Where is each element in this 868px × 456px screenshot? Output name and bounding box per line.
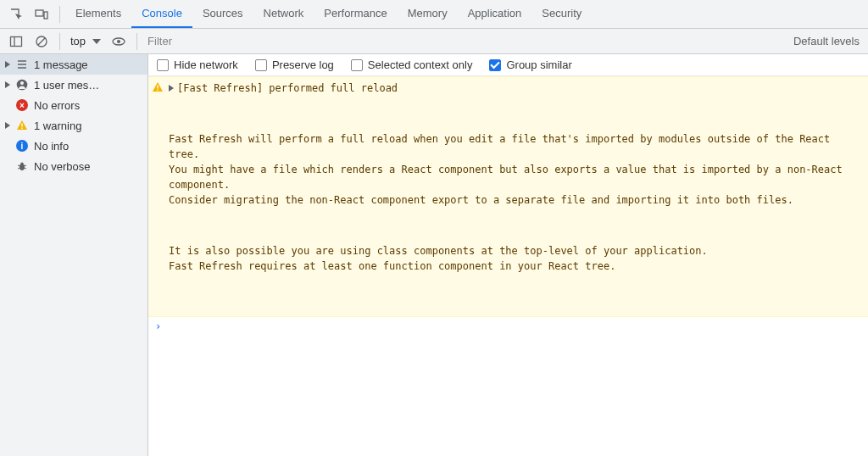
log-paragraph: It is also possible you are using class …: [169, 243, 861, 274]
tab-label: Elements: [75, 7, 121, 19]
tab-label: Performance: [324, 7, 387, 19]
expand-icon: [5, 122, 10, 129]
svg-rect-21: [157, 86, 158, 89]
option-hide-network[interactable]: Hide network: [157, 58, 238, 71]
devtools-tab-bar: Elements Console Sources Network Perform…: [0, 0, 868, 29]
svg-rect-22: [157, 90, 158, 91]
tab-memory[interactable]: Memory: [398, 0, 458, 28]
console-settings: Hide network Preserve log Selected conte…: [148, 54, 868, 76]
console-input[interactable]: [166, 320, 861, 332]
log-paragraph: Fast Refresh will perform a full reload …: [169, 131, 861, 208]
filter-input[interactable]: [142, 31, 270, 51]
svg-line-17: [18, 165, 20, 166]
chevron-down-icon: [92, 39, 101, 44]
tab-label: Sources: [203, 7, 243, 19]
tab-label: Console: [142, 7, 182, 19]
tab-label: Memory: [408, 7, 448, 19]
svg-line-19: [18, 168, 20, 169]
svg-rect-2: [11, 36, 22, 46]
svg-point-12: [20, 81, 24, 85]
expand-icon: [5, 81, 10, 88]
sidebar-label: No errors: [34, 99, 80, 112]
sidebar-item-user-messages[interactable]: 1 user mes…: [0, 75, 147, 95]
console-prompt[interactable]: ›: [148, 317, 868, 336]
sidebar-label: No verbose: [34, 160, 90, 173]
checkbox-icon: [255, 59, 267, 71]
error-icon: ×: [15, 98, 29, 112]
info-icon: i: [15, 139, 29, 153]
device-toggle-icon[interactable]: [31, 3, 53, 25]
divider: [59, 6, 60, 23]
svg-rect-1: [44, 12, 47, 19]
context-selector[interactable]: top: [65, 35, 106, 47]
console-toolbar: top Default levels: [0, 29, 868, 54]
option-label: Selected context only: [368, 58, 473, 71]
log-summary[interactable]: [Fast Refresh] performed full reload: [169, 81, 861, 96]
sidebar-item-errors[interactable]: × No errors: [0, 95, 147, 115]
expand-icon: [5, 61, 10, 68]
svg-line-5: [38, 38, 45, 45]
svg-rect-14: [21, 128, 22, 129]
svg-point-7: [117, 40, 120, 43]
context-label: top: [70, 35, 86, 47]
option-selected-context[interactable]: Selected context only: [351, 58, 473, 71]
sidebar-label: 1 message: [34, 58, 88, 71]
warning-icon: [152, 81, 164, 97]
sidebar-item-messages[interactable]: 1 message: [0, 54, 147, 75]
sidebar-item-info[interactable]: i No info: [0, 136, 147, 156]
console-main: Hide network Preserve log Selected conte…: [148, 54, 868, 456]
tab-label: Network: [264, 7, 304, 19]
log-entry-warning[interactable]: [Fast Refresh] performed full reload Fas…: [148, 76, 868, 317]
tab-performance[interactable]: Performance: [314, 0, 397, 28]
option-preserve-log[interactable]: Preserve log: [255, 58, 334, 71]
sidebar-item-warnings[interactable]: 1 warning: [0, 115, 147, 136]
list-icon: [15, 58, 29, 71]
inspect-element-icon[interactable]: [5, 3, 27, 25]
tab-console[interactable]: Console: [131, 0, 192, 28]
tab-network[interactable]: Network: [253, 0, 314, 28]
svg-point-16: [20, 162, 23, 164]
bug-icon: [15, 159, 29, 173]
divider: [59, 33, 60, 50]
tab-security[interactable]: Security: [531, 0, 592, 28]
console-sidebar: 1 message 1 user mes… × No errors: [0, 54, 148, 456]
tab-label: Application: [468, 7, 522, 19]
user-icon: [15, 78, 29, 92]
checkbox-icon: [157, 59, 169, 71]
option-group-similar[interactable]: Group similar: [489, 58, 571, 71]
divider: [136, 33, 137, 50]
option-label: Group similar: [506, 58, 571, 71]
sidebar-item-verbose[interactable]: No verbose: [0, 156, 147, 176]
option-label: Hide network: [174, 58, 238, 71]
log-details: Fast Refresh will perform a full reload …: [169, 101, 861, 309]
toggle-sidebar-icon[interactable]: [5, 31, 27, 53]
console-body: 1 message 1 user mes… × No errors: [0, 54, 868, 456]
checkbox-checked-icon: [489, 59, 501, 71]
sidebar-label: 1 user mes…: [34, 79, 99, 92]
prompt-chevron-icon: ›: [155, 320, 161, 332]
sidebar-label: No info: [34, 140, 69, 153]
devtools-panel: Elements Console Sources Network Perform…: [0, 0, 868, 456]
checkbox-icon: [351, 59, 363, 71]
live-expression-icon[interactable]: [108, 31, 130, 53]
tab-label: Security: [542, 7, 581, 19]
tab-sources[interactable]: Sources: [192, 0, 253, 28]
svg-line-18: [25, 165, 27, 166]
console-log-area: [Fast Refresh] performed full reload Fas…: [148, 76, 868, 456]
log-levels-selector[interactable]: Default levels: [785, 35, 868, 47]
sidebar-label: 1 warning: [34, 120, 81, 132]
clear-console-icon[interactable]: [31, 31, 53, 53]
tab-elements[interactable]: Elements: [65, 0, 131, 28]
warning-icon: [15, 119, 29, 132]
svg-rect-13: [21, 124, 22, 127]
tabs: Elements Console Sources Network Perform…: [65, 0, 592, 28]
levels-label: Default levels: [793, 35, 860, 47]
expand-icon: [169, 85, 174, 92]
log-summary-text: [Fast Refresh] performed full reload: [177, 81, 398, 96]
tab-application[interactable]: Application: [458, 0, 532, 28]
svg-line-20: [25, 168, 27, 169]
option-label: Preserve log: [272, 58, 334, 71]
svg-rect-0: [36, 10, 43, 16]
